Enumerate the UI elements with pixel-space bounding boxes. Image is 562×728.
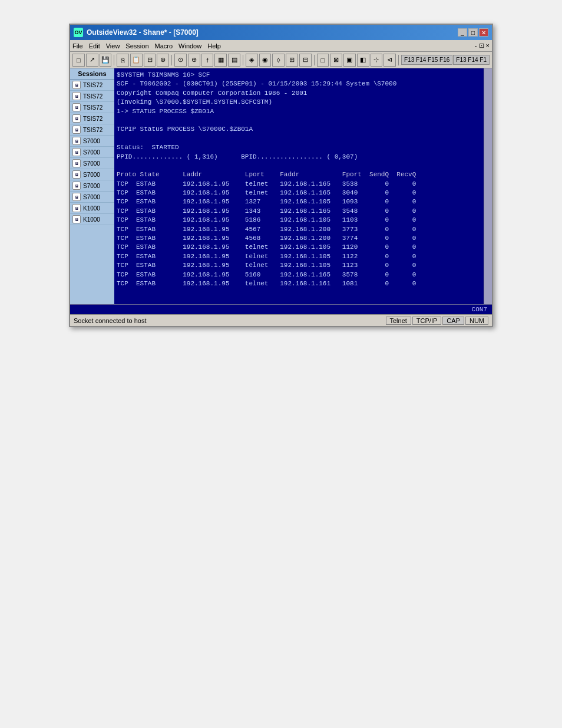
session-label-12: K1000 [83, 205, 100, 212]
toolbar-btn-14[interactable]: ⊟ [299, 54, 312, 67]
session-icon-4: 🖥 [72, 114, 81, 123]
terminal-row-2: TCP ESTAB 192.168.1.95 telnet 192.168.1.… [117, 189, 490, 197]
toolbar-paste[interactable]: 📋 [130, 54, 143, 67]
terminal-line-3: Copyright Compaq Computer Corporation 19… [117, 89, 490, 98]
toolbar-btn-8[interactable]: ▦ [214, 54, 227, 67]
toolbar-sep-2 [171, 55, 172, 65]
toolbar-sep-3 [243, 55, 243, 65]
toolbar-open[interactable]: ↗ [86, 54, 98, 67]
toolbar-btn-9[interactable]: ▤ [228, 54, 240, 67]
terminal-line-9: Status: STARTED [117, 143, 490, 152]
session-item-tsis72-4[interactable]: 🖥 TSIS72 [70, 113, 114, 124]
terminal-area[interactable]: $SYSTEM TSIMSNMS 16> SCF SCF - T9062G02 … [114, 68, 492, 304]
close-button[interactable]: ✕ [479, 28, 488, 37]
toolbar-btn-12[interactable]: ◊ [272, 54, 285, 67]
toolbar-copy[interactable]: ⎘ [117, 54, 129, 67]
toolbar-btn-17[interactable]: ▣ [343, 54, 356, 67]
session-icon-11: 🖥 [72, 193, 81, 201]
session-label-10: S7000 [83, 183, 100, 189]
session-item-s7000-3[interactable]: 🖥 S7000 [70, 158, 114, 169]
session-label-5: TSIS72 [83, 127, 103, 133]
toolbar-btn-10[interactable]: ◈ [246, 54, 258, 67]
session-label-3: TSIS72 [83, 104, 103, 111]
toolbar-btn-16[interactable]: ⊠ [330, 54, 342, 67]
session-item-s7000-4[interactable]: 🖥 S7000 [70, 169, 114, 180]
terminal-line-10: PPID............. ( 1,316) BPID.........… [117, 153, 490, 162]
session-item-s7000-2[interactable]: 🖥 S7000 [70, 147, 114, 158]
main-content: Sessions 🖥 TSIS72 🖥 TSIS72 🖥 TSIS72 🖥 TS… [70, 68, 492, 304]
con7-area: CON7 [70, 304, 492, 314]
menu-help[interactable]: Help [207, 42, 221, 50]
toolbar-btn-13[interactable]: ⊞ [286, 54, 298, 67]
fn-button-1[interactable]: F13 F14 F15 F16 [401, 55, 452, 65]
status-badge-num: NUM [465, 317, 488, 325]
session-icon-13: 🖥 [72, 215, 81, 223]
terminal-row-4: TCP ESTAB 192.168.1.95 1343 192.168.1.16… [117, 207, 490, 216]
terminal-scrollbar[interactable] [484, 68, 492, 304]
con7-status: CON7 [472, 306, 487, 313]
terminal-line-7: TCPIP Status PROCESS \S7000C.$ZB01A [117, 125, 490, 134]
title-bar-left: OV OutsideView32 - Shane* - [S7000] [74, 28, 199, 37]
status-badge-telnet: Telnet [386, 317, 411, 325]
toolbar-btn-18[interactable]: ◧ [357, 54, 369, 67]
session-item-s7000-6[interactable]: 🖥 S7000 [70, 192, 114, 203]
toolbar-sep-4 [314, 55, 315, 65]
title-bar: OV OutsideView32 - Shane* - [S7000] _ □ … [70, 25, 492, 40]
session-item-tsis72-5[interactable]: 🖥 TSIS72 [70, 124, 114, 136]
session-icon-7: 🖥 [72, 148, 81, 156]
session-icon-8: 🖥 [72, 159, 81, 167]
status-badges: Telnet TCP/IP CAP NUM [386, 317, 489, 325]
application-window: OV OutsideView32 - Shane* - [S7000] _ □ … [69, 24, 493, 327]
minimize-button[interactable]: _ [458, 28, 467, 37]
session-icon-12: 🖥 [72, 204, 81, 212]
terminal-row-12: TCP ESTAB 192.168.1.95 telnet 192.168.1.… [117, 279, 490, 288]
terminal-row-1: TCP ESTAB 192.168.1.95 telnet 192.168.1.… [117, 180, 490, 189]
session-item-k1000-2[interactable]: 🖥 K1000 [70, 214, 114, 225]
session-icon-6: 🖥 [72, 137, 81, 145]
toolbar-save[interactable]: 💾 [100, 54, 112, 67]
terminal-line-8 [117, 134, 490, 143]
session-icon-2: 🖥 [72, 92, 81, 100]
menu-edit[interactable]: Edit [89, 42, 100, 50]
menu-window[interactable]: Window [178, 42, 201, 50]
menu-bar: File Edit View Session Macro Window Help… [70, 40, 492, 52]
maximize-button[interactable]: □ [468, 28, 478, 37]
toolbar-btn-11[interactable]: ◉ [259, 54, 272, 67]
terminal-row-8: TCP ESTAB 192.168.1.95 telnet 192.168.1.… [117, 243, 490, 252]
toolbar-btn-3[interactable]: ⊟ [144, 54, 156, 67]
terminal-table-header: Proto State Laddr Lport Faddr Fport Send… [117, 170, 490, 179]
session-item-k1000-1[interactable]: 🖥 K1000 [70, 203, 114, 214]
session-label-6: S7000 [83, 138, 100, 144]
menu-session[interactable]: Session [125, 42, 148, 50]
session-item-s7000-1[interactable]: 🖥 S7000 [70, 136, 114, 147]
toolbar-sep-5 [398, 55, 399, 65]
menu-macro[interactable]: Macro [155, 42, 173, 50]
terminal-line-5: 1-> STATUS PROCESS $ZB01A [117, 107, 490, 116]
toolbar-btn-20[interactable]: ⊲ [384, 54, 396, 67]
session-item-tsis72-3[interactable]: 🖥 TSIS72 [70, 102, 114, 113]
toolbar-btn-5[interactable]: ⊙ [174, 54, 187, 67]
terminal-row-5: TCP ESTAB 192.168.1.95 5186 192.168.1.10… [117, 216, 490, 225]
menu-view[interactable]: View [106, 42, 120, 50]
toolbar-btn-4[interactable]: ⊛ [157, 54, 169, 67]
session-item-tsis72-2[interactable]: 🖥 TSIS72 [70, 91, 114, 102]
menu-file[interactable]: File [72, 42, 83, 50]
session-icon-5: 🖥 [72, 126, 81, 134]
session-label-2: TSIS72 [83, 93, 103, 100]
session-item-s7000-5[interactable]: 🖥 S7000 [70, 180, 114, 192]
title-bar-controls: _ □ ✕ [458, 28, 488, 37]
session-label-11: S7000 [83, 194, 100, 200]
toolbar-btn-7[interactable]: f [201, 54, 214, 67]
toolbar-btn-6[interactable]: ⊕ [188, 54, 200, 67]
session-label-8: S7000 [83, 160, 100, 167]
fn-button-2[interactable]: F13 F14 F1 [453, 55, 490, 65]
app-icon: OV [74, 28, 83, 37]
session-item-tsis72-1[interactable]: 🖥 TSIS72 [70, 80, 114, 91]
toolbar-btn-19[interactable]: ⊹ [371, 54, 383, 67]
terminal-line-2: SCF - T9062G02 - (030CT01) (25SEP01) - 0… [117, 80, 490, 88]
toolbar-btn-15[interactable]: □ [317, 54, 329, 67]
menu-bar-items: File Edit View Session Macro Window Help [72, 42, 221, 50]
toolbar-new[interactable]: □ [72, 54, 85, 67]
sessions-sidebar: Sessions 🖥 TSIS72 🖥 TSIS72 🖥 TSIS72 🖥 TS… [70, 68, 114, 304]
terminal-row-6: TCP ESTAB 192.168.1.95 4567 192.168.1.20… [117, 225, 490, 234]
